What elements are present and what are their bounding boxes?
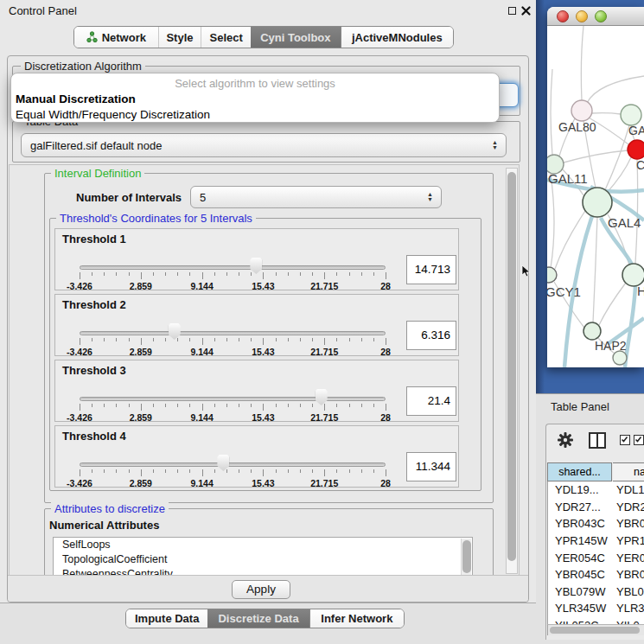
table-row[interactable]: YPR145WYPR1: [548, 532, 644, 550]
interval-definition-group-title: Interval Definition: [51, 167, 144, 180]
threshold-1-panel: Threshold 1 -3.4262.8599.14415.4321.7152…: [54, 228, 459, 290]
scale-tick-label: 9.144: [190, 281, 213, 291]
node-bottom-partial: [613, 351, 627, 365]
network-canvas[interactable]: GAL80 GA C GAL11 GAL4 GCY1 H HAP2: [547, 26, 644, 367]
scrollbar-thumb[interactable]: [507, 172, 516, 561]
scale-tick-label: -3.426: [67, 281, 92, 291]
threshold-4-value-field[interactable]: 11.344: [406, 452, 456, 481]
tab-discretize-data[interactable]: Discretize Data: [207, 609, 309, 628]
window-minimize-button[interactable]: [576, 10, 588, 22]
algorithm-option-equal-width[interactable]: Equal Width/Frequency Discretization: [11, 107, 499, 123]
apply-button[interactable]: Apply: [232, 580, 290, 599]
tab-style[interactable]: Style: [158, 27, 201, 48]
column-selector-button[interactable]: [589, 432, 606, 449]
threshold-3-slider[interactable]: -3.4262.8599.14415.4321.71528: [80, 386, 386, 421]
scale-tick-label: -3.426: [67, 347, 92, 357]
node-label-ga: GA: [628, 124, 644, 137]
table-data-combo-value: galFiltered.sif default node: [30, 139, 162, 152]
threshold-1-slider[interactable]: -3.4262.8599.14415.4321.71528: [80, 255, 386, 290]
table-data-combo[interactable]: galFiltered.sif default node ▲▼: [21, 133, 507, 157]
table-row[interactable]: YER054CYER0: [548, 549, 644, 566]
control-panel-tabs: Network Style Select Cyni Toolbox jActiv…: [73, 26, 454, 48]
cell-shared-name: YDR27...: [548, 501, 614, 513]
attributes-list-scrollbar[interactable]: [461, 539, 471, 576]
node-label-gal80: GAL80: [558, 120, 596, 134]
tab-label: Select: [210, 31, 243, 44]
scale-tick-label: 9.144: [190, 478, 213, 488]
tab-cyni-toolbox[interactable]: Cyni Toolbox: [251, 27, 341, 48]
threshold-3-value-field[interactable]: 21.4: [406, 386, 456, 416]
scrollbar-thumb[interactable]: [550, 627, 640, 634]
tab-network[interactable]: Network: [74, 27, 158, 48]
node-hap2: [583, 322, 601, 340]
number-of-intervals-spinner[interactable]: 5 ▲▼: [190, 186, 442, 208]
tab-impute-data[interactable]: Impute Data: [126, 609, 207, 628]
scrollbar-thumb[interactable]: [462, 540, 471, 573]
close-panel-button[interactable]: [520, 5, 531, 16]
slider-ticks: [80, 469, 386, 477]
scale-tick-label: 21.715: [310, 281, 338, 291]
threshold-2-value-field[interactable]: 6.316: [406, 321, 456, 350]
checkbox-filter-2[interactable]: [634, 435, 644, 445]
attribute-item[interactable]: SelfLoops: [54, 538, 472, 552]
column-header-name[interactable]: na: [613, 462, 644, 481]
tab-select[interactable]: Select: [201, 27, 251, 48]
slider-ticks: [80, 272, 386, 280]
slider-scale-labels: -3.4262.8599.14415.4321.71528: [80, 478, 386, 488]
tab-jactivemnodules[interactable]: jActiveMNodules: [341, 27, 453, 48]
table-row[interactable]: YLR345WYLR3: [548, 600, 644, 617]
threshold-4-slider[interactable]: -3.4262.8599.14415.4321.71528: [80, 452, 386, 487]
slider-scale-labels: -3.4262.8599.14415.4321.71528: [80, 412, 386, 423]
settings-vertical-scrollbar[interactable]: [506, 168, 518, 574]
control-panel-titlebar: Control Panel: [0, 0, 536, 21]
float-panel-button[interactable]: [507, 5, 517, 16]
threshold-1-value-field[interactable]: 14.713: [406, 255, 456, 284]
cell-shared-name: YDL19...: [548, 483, 614, 496]
window-zoom-button[interactable]: [595, 10, 607, 22]
cell-shared-name: YPR145W: [548, 534, 614, 547]
slider-track: [80, 331, 386, 335]
node-top-right: [621, 105, 641, 125]
table-row[interactable]: YBR043CYBR0: [548, 515, 644, 532]
threshold-2-panel: Threshold 2 -3.4262.8599.14415.4321.7152…: [54, 294, 459, 356]
scale-tick-label: 28: [380, 281, 391, 291]
cell-name: YBR0: [614, 517, 644, 530]
threshold-1-label: Threshold 1: [62, 233, 126, 245]
scale-tick-label: 28: [380, 347, 391, 357]
table-row[interactable]: YDL19...YDL1: [548, 481, 644, 499]
table-row[interactable]: YDR27...YDR2: [548, 499, 644, 516]
threshold-2-slider[interactable]: -3.4262.8599.14415.4321.71528: [80, 321, 386, 355]
mouse-cursor: [521, 265, 532, 281]
check-icon: [634, 436, 642, 443]
tab-infer-network[interactable]: Infer Network: [309, 609, 404, 628]
network-icon: [86, 31, 98, 43]
tab-label: Impute Data: [135, 612, 199, 625]
tab-label: Cyni Toolbox: [260, 31, 330, 44]
scale-tick-label: 15.43: [252, 347, 274, 357]
table-row[interactable]: YBL079WYBL0: [548, 583, 644, 601]
algorithm-option-manual[interactable]: Manual Discretization: [11, 92, 499, 107]
attribute-item[interactable]: TopologicalCoefficient: [54, 552, 472, 567]
table-settings-button[interactable]: [558, 432, 573, 451]
node-table-body[interactable]: YDL19...YDL1YDR27...YDR2YBR043CYBR0YPR14…: [547, 481, 644, 624]
scale-tick-label: 2.859: [130, 478, 152, 488]
cell-shared-name: YER054C: [548, 552, 614, 564]
tab-label: jActiveMNodules: [352, 31, 443, 44]
table-horizontal-scrollbar[interactable]: [547, 624, 644, 635]
cell-name: YDL1: [614, 483, 644, 496]
checkbox-filter-1[interactable]: [620, 435, 630, 445]
slider-track: [80, 265, 386, 270]
window-close-button[interactable]: [557, 10, 569, 22]
algorithm-placeholder: Select algorithm to view settings: [11, 73, 499, 92]
column-header-shared-name[interactable]: shared...: [547, 462, 612, 481]
table-row[interactable]: YBR045CYBR0: [548, 566, 644, 583]
scale-tick-label: 28: [380, 412, 391, 423]
scale-tick-label: 15.43: [252, 478, 274, 488]
numerical-attributes-list[interactable]: SelfLoopsTopologicalCoefficientBetweenne…: [53, 537, 473, 576]
cell-shared-name: YBL079W: [548, 585, 614, 598]
tab-label: Style: [166, 31, 193, 44]
number-of-intervals-label: Number of Intervals: [76, 191, 182, 204]
network-window-titlebar[interactable]: [547, 7, 644, 26]
check-icon: [621, 436, 628, 443]
table-row[interactable]: YIL052CYIL0: [548, 617, 644, 624]
